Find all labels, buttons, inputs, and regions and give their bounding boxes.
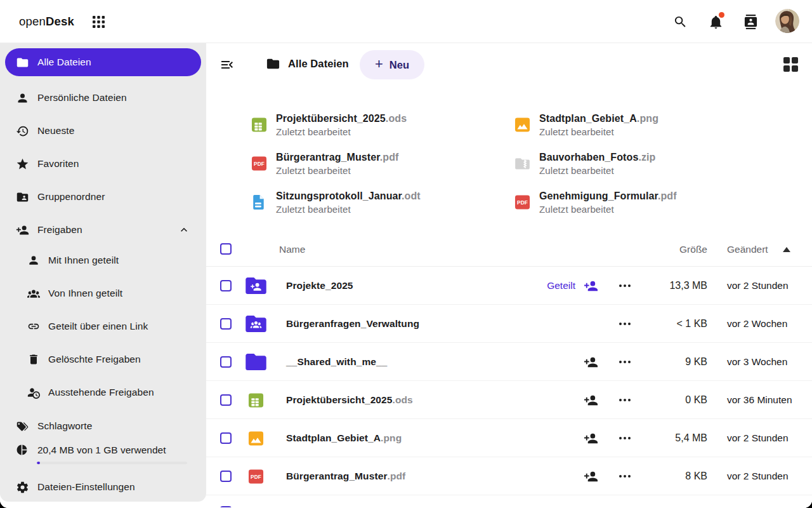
table-header-row: Name Größe Geändert <box>206 232 812 267</box>
sidebar-item-ausstehende-freigaben[interactable]: Ausstehende Freigaben <box>5 378 201 406</box>
sidebar-item-favoriten[interactable]: Favoriten <box>5 150 201 178</box>
table-row[interactable]: Bürgeranfragen_Verwaltung < 1 KB vor 2 W… <box>206 305 812 343</box>
file-name: Stadtplan_Gebiet_A <box>286 432 381 444</box>
gear-icon <box>15 480 29 494</box>
share-button[interactable] <box>584 431 598 446</box>
logo-text-regular: open <box>19 15 46 29</box>
sidebar-item-alle-dateien[interactable]: Alle Dateien <box>5 48 201 76</box>
recent-file[interactable]: Genehmigung_Formular.pdf Zuletzt bearbei… <box>514 188 778 217</box>
recent-file[interactable]: Stadtplan_Gebiet_A.png Zuletzt bearbeite… <box>514 110 778 139</box>
breadcrumb[interactable]: Alle Dateien <box>266 57 349 71</box>
recent-file[interactable]: Bürgerantrag_Muster.pdf Zuletzt bearbeit… <box>251 149 514 178</box>
recent-file[interactable]: Bauvorhaben_Fotos.zip Zuletzt bearbeitet <box>514 149 778 178</box>
sidebar-item-schlagworte[interactable]: Schlagworte <box>5 412 201 440</box>
row-checkbox[interactable] <box>220 432 232 444</box>
opendesk-logo[interactable]: openDesk <box>19 0 74 43</box>
account-plus-icon <box>15 223 29 237</box>
recent-file[interactable]: Sitzungsprotokoll_Januar.odt Zuletzt bea… <box>251 188 514 217</box>
avatar-photo <box>775 9 799 33</box>
sidebar-item-label: Von Ihnen geteilt <box>48 288 122 299</box>
table-row[interactable]: Bürgerantrag_Muster.pdf 8 KB vor 2 Stund… <box>206 457 812 495</box>
shared-folder-icon <box>246 267 266 305</box>
file-size: < 1 KB <box>677 305 707 343</box>
sidebar-item-dateien-einstellungen[interactable]: Dateien-Einstellungen <box>5 473 201 501</box>
file-name: __Shared_with_me__ <box>286 356 387 368</box>
recent-file[interactable]: Projektübersicht_2025.ods Zuletzt bearbe… <box>251 110 514 139</box>
share-button[interactable] <box>584 469 598 484</box>
sidebar-item-freigaben[interactable]: Freigaben <box>5 216 201 244</box>
row-checkbox[interactable] <box>220 471 232 482</box>
row-checkbox[interactable] <box>220 394 232 406</box>
sidebar-item-geteilt-ueber-link[interactable]: Geteilt über einen Link <box>5 312 201 340</box>
share-button[interactable] <box>584 393 598 408</box>
file-name: Bürgerantrag_Muster <box>286 471 388 482</box>
file-extension: .png <box>381 432 402 444</box>
sidebar-item-gruppenordner[interactable]: Gruppenordner <box>5 183 201 211</box>
sidebar-item-persoenliche-dateien[interactable]: Persönliche Dateien <box>5 84 201 112</box>
sidebar-item-geloeschte-freigaben[interactable]: Gelöschte Freigaben <box>5 345 201 373</box>
table-row[interactable]: Projekte_2025 Geteilt 13,3 MB vor 2 Stun… <box>206 267 812 305</box>
row-checkbox[interactable] <box>220 506 232 507</box>
user-avatar[interactable] <box>775 9 799 33</box>
file-subtitle: Zuletzt bearbeitet <box>276 204 421 215</box>
group-folder-icon <box>246 305 266 343</box>
file-modified: vor 3 Wochen <box>727 343 787 381</box>
row-actions-button[interactable] <box>618 431 632 445</box>
row-checkbox[interactable] <box>220 280 232 291</box>
sidebar-item-label: Dateien-Einstellungen <box>37 481 135 493</box>
contacts-icon <box>743 15 758 29</box>
table-row[interactable]: __Shared_with_me__ 9 KB vor 3 Wochen <box>206 343 812 381</box>
search-button[interactable] <box>672 14 688 29</box>
image-file-icon <box>514 117 530 133</box>
row-actions-button[interactable] <box>618 469 632 483</box>
column-header-modified[interactable]: Geändert <box>727 232 790 267</box>
row-checkbox[interactable] <box>220 318 232 330</box>
shared-link[interactable]: Geteilt <box>547 267 575 305</box>
pdf-file-icon <box>251 156 267 171</box>
column-header-name[interactable]: Name <box>279 232 305 267</box>
contacts-button[interactable] <box>743 14 758 29</box>
folder-icon <box>246 343 266 381</box>
logo-text-bold: Desk <box>46 15 74 29</box>
file-extension: .pdf <box>658 190 677 201</box>
row-actions-button[interactable] <box>618 279 632 293</box>
sidebar-navigation: Alle Dateien Persönliche Dateien Neueste… <box>0 43 206 502</box>
grid-view-toggle-button[interactable] <box>783 57 798 72</box>
sidebar-item-von-ihnen-geteilt[interactable]: Von Ihnen geteilt <box>5 279 201 307</box>
sidebar-item-label: Geteilt über einen Link <box>48 321 148 332</box>
new-button[interactable]: + Neu <box>360 50 424 79</box>
app-launcher-button[interactable] <box>91 14 106 29</box>
zip-file-icon <box>514 156 530 171</box>
table-row[interactable]: Stadtplan_Gebiet_A.png 5,4 MB vor 2 Stun… <box>206 419 812 457</box>
row-checkbox[interactable] <box>220 356 232 368</box>
row-actions-button[interactable] <box>618 355 632 369</box>
sidebar-item-label: Gruppenordner <box>37 191 105 203</box>
quota-label: 20,4 MB von 1 GB verwendet <box>37 444 166 456</box>
sidebar-item-label: Gelöschte Freigaben <box>48 354 141 365</box>
column-header-size[interactable]: Größe <box>679 232 707 267</box>
storage-quota[interactable]: 20,4 MB von 1 GB verwendet <box>5 439 201 464</box>
row-actions-button[interactable] <box>618 317 632 331</box>
app-shell: Alle Dateien Persönliche Dateien Neueste… <box>0 43 812 508</box>
collapse-sidebar-button[interactable] <box>219 57 235 72</box>
grid-view-icon <box>783 57 790 64</box>
notification-dot <box>719 12 724 18</box>
sidebar-item-mit-ihnen-geteilt[interactable]: Mit Ihnen geteilt <box>5 246 201 274</box>
table-row[interactable] <box>206 495 812 507</box>
table-row[interactable]: Projektübersicht_2025.ods 0 KB vor 36 Mi… <box>206 381 812 419</box>
ods-file-icon <box>251 117 267 133</box>
row-actions-button[interactable] <box>618 393 632 407</box>
chevron-up-icon[interactable] <box>178 224 190 236</box>
ods-file-icon <box>246 381 266 419</box>
share-button[interactable] <box>584 279 598 293</box>
file-modified: vor 2 Stunden <box>727 457 789 495</box>
notifications-button[interactable] <box>708 14 723 29</box>
file-size: 13,3 MB <box>669 267 707 305</box>
file-size: 9 KB <box>685 343 707 381</box>
share-button[interactable] <box>584 355 598 370</box>
select-all-checkbox[interactable] <box>220 243 232 255</box>
sidebar-item-neueste[interactable]: Neueste <box>5 117 201 145</box>
sort-ascending-icon <box>783 247 790 252</box>
file-extension: .odt <box>402 190 421 201</box>
sidebar-item-label: Schlagworte <box>37 420 92 432</box>
